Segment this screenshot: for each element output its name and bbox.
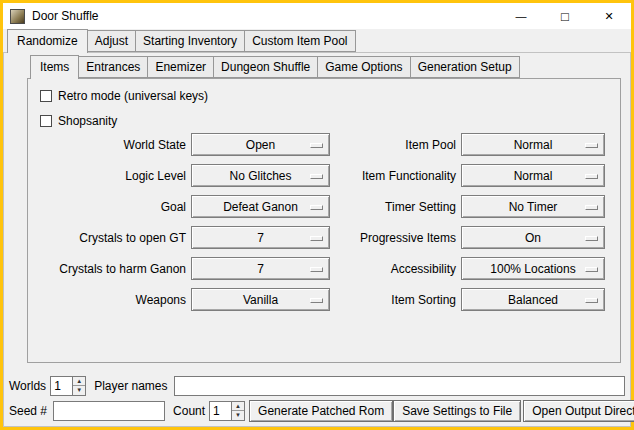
tab-generation-setup[interactable]: Generation Setup: [410, 56, 520, 78]
item-sorting-label: Item Sorting: [330, 293, 456, 307]
dropdown-indicator-icon: [310, 298, 323, 303]
save-settings-button[interactable]: Save Settings to File: [393, 400, 521, 422]
maximize-button[interactable]: □: [543, 3, 587, 29]
tab-items[interactable]: Items: [30, 55, 79, 79]
dropdown-indicator-icon: [310, 205, 323, 210]
item-pool-value: Normal: [514, 138, 553, 152]
tab-entrances[interactable]: Entrances: [78, 56, 148, 78]
dropdown-indicator-icon: [585, 267, 598, 272]
crystals-gt-label: Crystals to open GT: [28, 231, 186, 245]
progressive-items-label: Progressive Items: [330, 231, 456, 245]
inner-tab-bar: Items Entrances Enemizer Dungeon Shuffle…: [30, 56, 519, 78]
timer-setting-label: Timer Setting: [330, 200, 456, 214]
tab-randomize[interactable]: Randomize: [7, 29, 88, 53]
goal-label: Goal: [28, 200, 186, 214]
world-state-label: World State: [28, 138, 186, 152]
count-spinner: ▲ ▼: [209, 401, 245, 421]
logic-level-label: Logic Level: [28, 169, 186, 183]
progressive-items-value: On: [525, 231, 541, 245]
item-functionality-value: Normal: [514, 169, 553, 183]
dropdown-indicator-icon: [310, 143, 323, 148]
worlds-spinner: ▲ ▼: [50, 376, 86, 396]
count-label: Count: [173, 404, 205, 418]
dropdown-indicator-icon: [585, 205, 598, 210]
dropdown-indicator-icon: [585, 298, 598, 303]
window-title: Door Shuffle: [32, 9, 99, 23]
count-input[interactable]: [209, 401, 231, 421]
accessibility-dropdown[interactable]: 100% Locations: [461, 257, 605, 280]
spin-down-icon[interactable]: ▼: [232, 411, 244, 420]
crystals-gt-dropdown[interactable]: 7: [191, 226, 330, 249]
window: Door Shuffle — □ ✕ Randomize Adjust Star…: [0, 0, 634, 430]
player-names-label: Player names: [94, 379, 167, 393]
crystals-ganon-dropdown[interactable]: 7: [191, 257, 330, 280]
retro-mode-checkbox-row[interactable]: Retro mode (universal keys): [40, 87, 208, 105]
shopsanity-checkbox[interactable]: [40, 115, 52, 127]
seed-input[interactable]: [53, 401, 165, 421]
item-sorting-value: Balanced: [508, 293, 558, 307]
dropdown-indicator-icon: [585, 143, 598, 148]
option-row: Goal Defeat Ganon Timer Setting No Timer: [28, 191, 620, 222]
minimize-button[interactable]: —: [499, 3, 543, 29]
worlds-label: Worlds: [9, 379, 46, 393]
weapons-label: Weapons: [28, 293, 186, 307]
open-output-directory-button[interactable]: Open Output Directory: [523, 400, 634, 422]
option-rows: World State Open Item Pool Normal Logic …: [28, 129, 620, 315]
accessibility-value: 100% Locations: [490, 262, 575, 276]
spin-down-icon[interactable]: ▼: [73, 386, 85, 395]
retro-mode-checkbox[interactable]: [40, 90, 52, 102]
tab-starting-inventory[interactable]: Starting Inventory: [135, 30, 245, 52]
item-functionality-dropdown[interactable]: Normal: [461, 164, 605, 187]
dropdown-indicator-icon: [310, 236, 323, 241]
worlds-input[interactable]: [50, 376, 72, 396]
shopsanity-checkbox-row[interactable]: Shopsanity: [40, 112, 117, 130]
window-frame: Door Shuffle — □ ✕ Randomize Adjust Star…: [3, 3, 631, 427]
item-pool-label: Item Pool: [330, 138, 456, 152]
seed-row: Seed # Count ▲ ▼ Generate Patched Rom Sa…: [9, 399, 625, 422]
item-sorting-dropdown[interactable]: Balanced: [461, 288, 605, 311]
dropdown-indicator-icon: [585, 236, 598, 241]
item-functionality-label: Item Functionality: [330, 169, 456, 183]
option-row: Weapons Vanilla Item Sorting Balanced: [28, 284, 620, 315]
player-names-input[interactable]: [174, 376, 626, 396]
maximize-icon: □: [561, 9, 569, 24]
option-row: World State Open Item Pool Normal: [28, 129, 620, 160]
tab-enemizer[interactable]: Enemizer: [147, 56, 214, 78]
progressive-items-dropdown[interactable]: On: [461, 226, 605, 249]
spin-up-icon[interactable]: ▲: [73, 377, 85, 387]
goal-dropdown[interactable]: Defeat Ganon: [191, 195, 330, 218]
world-state-value: Open: [246, 138, 275, 152]
tab-custom-item-pool[interactable]: Custom Item Pool: [244, 30, 355, 52]
close-icon: ✕: [604, 10, 613, 23]
tab-dungeon-shuffle[interactable]: Dungeon Shuffle: [213, 56, 318, 78]
app-icon: [10, 9, 25, 24]
generate-patched-rom-button[interactable]: Generate Patched Rom: [249, 400, 393, 422]
spin-up-icon[interactable]: ▲: [232, 402, 244, 412]
tab-adjust[interactable]: Adjust: [87, 30, 136, 52]
option-row: Crystals to harm Ganon 7 Accessibility 1…: [28, 253, 620, 284]
worlds-row: Worlds ▲ ▼ Player names: [9, 374, 625, 397]
crystals-ganon-value: 7: [257, 262, 264, 276]
logic-level-value: No Glitches: [229, 169, 291, 183]
world-state-dropdown[interactable]: Open: [191, 133, 330, 156]
tab-game-options[interactable]: Game Options: [317, 56, 410, 78]
option-row: Logic Level No Glitches Item Functionali…: [28, 160, 620, 191]
retro-mode-label: Retro mode (universal keys): [58, 89, 208, 103]
dropdown-indicator-icon: [310, 267, 323, 272]
crystals-ganon-label: Crystals to harm Ganon: [28, 262, 186, 276]
item-pool-dropdown[interactable]: Normal: [461, 133, 605, 156]
logic-level-dropdown[interactable]: No Glitches: [191, 164, 330, 187]
seed-label: Seed #: [9, 404, 47, 418]
weapons-value: Vanilla: [243, 293, 278, 307]
shopsanity-label: Shopsanity: [58, 114, 117, 128]
option-row: Crystals to open GT 7 Progressive Items …: [28, 222, 620, 253]
title-bar: Door Shuffle — □ ✕: [3, 3, 631, 29]
weapons-dropdown[interactable]: Vanilla: [191, 288, 330, 311]
items-tab-pane: Retro mode (universal keys) Shopsanity W…: [27, 78, 621, 363]
timer-setting-value: No Timer: [509, 200, 558, 214]
minimize-icon: —: [516, 10, 527, 22]
close-button[interactable]: ✕: [587, 3, 631, 29]
accessibility-label: Accessibility: [330, 262, 456, 276]
crystals-gt-value: 7: [257, 231, 264, 245]
timer-setting-dropdown[interactable]: No Timer: [461, 195, 605, 218]
